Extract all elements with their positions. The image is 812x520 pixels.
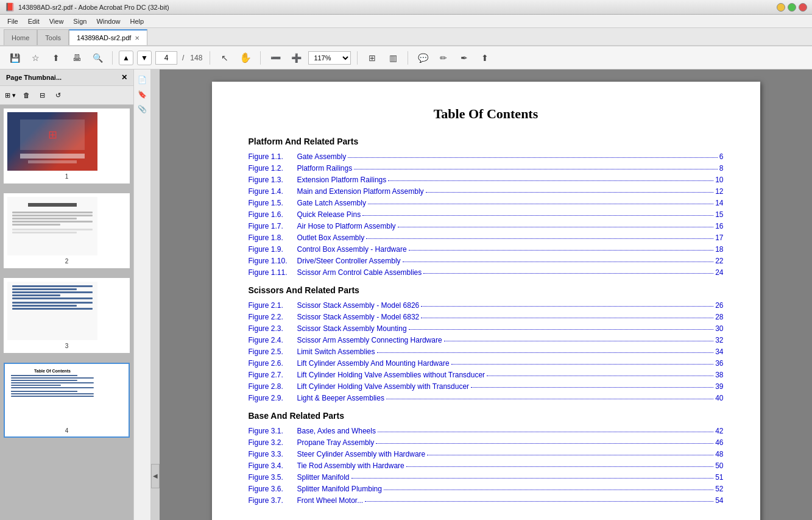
toc-label-2-5: Limit Switch Assemblies [297, 347, 375, 356]
page-input[interactable] [155, 51, 177, 65]
toc-entry-2-2[interactable]: Figure 2.2. Scissor Stack Assembly - Mod… [249, 313, 724, 321]
zoom-dropdown[interactable]: 117% 100% 75% 50% Fit Page Fit Width [308, 51, 351, 65]
page-thumb-3[interactable]: 3 [4, 278, 130, 353]
toc-page-3-1: 42 [715, 427, 723, 435]
toc-entry-1-7[interactable]: Figure 1.7. Air Hose to Platform Assembl… [249, 222, 724, 230]
zoom-in-button[interactable]: ➕ [288, 49, 305, 66]
toc-entry-3-6[interactable]: Figure 3.6. Splitter Manifold Plumbing 5… [249, 485, 724, 493]
menu-view[interactable]: View [44, 16, 69, 26]
menu-help[interactable]: Help [125, 16, 149, 26]
toc-dots-2-7 [487, 376, 713, 376]
toc-entry-1-4[interactable]: Figure 1.4. Main and Extension Platform … [249, 187, 724, 196]
page-thumb-1[interactable]: ⊞ 1 [4, 109, 130, 183]
sidebar-tool-rotate[interactable]: ↺ [51, 88, 65, 102]
left-icon-bookmark[interactable]: 🔖 [136, 88, 149, 101]
toc-entry-1-9[interactable]: Figure 1.9. Control Box Assembly - Hardw… [249, 245, 724, 254]
find-button[interactable]: 🔍 [89, 49, 106, 66]
toc-entry-3-3[interactable]: Figure 3.3. Steer Cylinder Assembly with… [249, 450, 724, 458]
tab-pdf[interactable]: 143898AD-sr2.pdf ✕ [69, 29, 147, 45]
toc-entry-2-5[interactable]: Figure 2.5. Limit Switch Assemblies 34 [249, 347, 724, 356]
pdf-area[interactable]: Table Of Contents Platform And Related P… [160, 69, 812, 520]
save-button[interactable]: 💾 [6, 49, 23, 66]
toc-entry-3-5[interactable]: Figure 3.5. Splitter Manifold 51 [249, 473, 724, 482]
stamp-button[interactable]: ▥ [384, 49, 401, 66]
toc-entry-2-8[interactable]: Figure 2.8. Lift Cylinder Holding Valve … [249, 382, 724, 391]
toc-entry-2-4[interactable]: Figure 2.4. Scissor Arm Assembly Connect… [249, 336, 724, 344]
toc-label-3-1: Base, Axles and Wheels [297, 427, 376, 435]
toc-label-3-3: Steer Cylinder Assembly with Hardware [297, 450, 426, 458]
toc-page-1-7: 16 [715, 222, 723, 230]
tab-tools[interactable]: Tools [37, 29, 69, 45]
zoom-out-button[interactable]: ➖ [267, 49, 284, 66]
tab-close-icon[interactable]: ✕ [135, 35, 139, 41]
toc-dots-1-8 [366, 238, 713, 239]
comment-button[interactable]: 💬 [414, 49, 431, 66]
toc-dots-2-2 [421, 318, 713, 318]
page-thumb-2[interactable]: 2 [4, 193, 130, 268]
toc-dots-3-1 [378, 432, 713, 432]
thumb-lines-2 [7, 197, 97, 255]
toc-entry-2-7[interactable]: Figure 2.7. Lift Cylinder Holding Valve … [249, 371, 724, 379]
toc-entry-1-8[interactable]: Figure 1.8. Outlet Box Assembly 17 [249, 233, 724, 242]
highlight-button[interactable]: ✏ [435, 49, 452, 66]
toc-entry-1-2[interactable]: Figure 1.2. Platform Railings 8 [249, 164, 724, 173]
toc-entry-2-3[interactable]: Figure 2.3. Scissor Stack Assembly Mount… [249, 324, 724, 333]
sidebar-tool-grid[interactable]: ⊞ ▾ [4, 88, 17, 102]
toc-entry-1-1[interactable]: Figure 1.1. Gate Assembly 6 [249, 152, 724, 161]
toc-entry-3-4[interactable]: Figure 3.4. Tie Rod Assembly with Hardwa… [249, 461, 724, 470]
toc-entry-1-5[interactable]: Figure 1.5. Gate Latch Assembly 14 [249, 199, 724, 207]
toolbar-separator-5 [408, 51, 408, 65]
menu-edit[interactable]: Edit [23, 16, 44, 26]
cursor-tool-button[interactable]: ↖ [216, 49, 233, 66]
share-button[interactable]: ⬆ [476, 49, 493, 66]
toc-figure-3-3: Figure 3.3. [249, 450, 297, 458]
print-button[interactable]: 🖶 [68, 49, 85, 66]
sidebar-close-icon[interactable]: ✕ [121, 73, 127, 82]
sidebar-tool-delete[interactable]: 🗑 [19, 88, 33, 102]
marquee-zoom-button[interactable]: ⊞ [364, 49, 381, 66]
sidebar-pages[interactable]: ⊞ 1 [0, 105, 133, 520]
menu-window[interactable]: Window [91, 16, 125, 26]
menu-file[interactable]: File [2, 16, 23, 26]
toc-dots-1-10 [403, 262, 714, 262]
toc-entry-2-1[interactable]: Figure 2.1. Scissor Stack Assembly - Mod… [249, 301, 724, 310]
bookmark-button[interactable]: ☆ [27, 49, 44, 66]
toc-figure-3-1: Figure 3.1. [249, 427, 297, 435]
left-icon-attachment[interactable]: 📎 [136, 102, 149, 116]
next-page-button[interactable]: ▼ [137, 51, 152, 65]
sign-button[interactable]: ✒ [456, 49, 473, 66]
toc-entry-1-10[interactable]: Figure 1.10. Drive/Steer Controller Asse… [249, 257, 724, 265]
minimize-button[interactable] [777, 3, 785, 12]
toc-dots-2-8 [471, 387, 713, 388]
toc-entry-1-3[interactable]: Figure 1.3. Extension Platform Railings … [249, 176, 724, 184]
thumb-img-3 [7, 282, 97, 340]
toc-page-1-11: 24 [715, 268, 723, 277]
app-icon: 📕 [5, 2, 15, 12]
tab-home[interactable]: Home [4, 29, 37, 45]
toc-entry-1-11[interactable]: Figure 1.11. Scissor Arm Control Cable A… [249, 268, 724, 277]
maximize-button[interactable] [788, 3, 796, 12]
close-button[interactable] [799, 3, 807, 12]
toc-label-1-2: Platform Railings [297, 164, 353, 173]
menu-sign[interactable]: Sign [68, 16, 91, 26]
toc-figure-2-1: Figure 2.1. [249, 301, 297, 310]
toc-entry-2-6[interactable]: Figure 2.6. Lift Cylinder Assembly And M… [249, 359, 724, 368]
toc-entry-3-2[interactable]: Figure 3.2. Propane Tray Assembly 46 [249, 438, 724, 447]
thumb-lines-3 [7, 282, 97, 340]
toc-figure-1-6: Figure 1.6. [249, 210, 297, 219]
left-icon-page[interactable]: 📄 [136, 73, 149, 87]
toc-figure-3-2: Figure 3.2. [249, 438, 297, 447]
sidebar-collapse-button[interactable]: ◀ [151, 464, 160, 488]
upload-button[interactable]: ⬆ [48, 49, 65, 66]
toc-label-1-7: Air Hose to Platform Assembly [297, 222, 396, 230]
sidebar-tool-extract[interactable]: ⊟ [35, 88, 49, 102]
sidebar-title: Page Thumbnai... [6, 74, 62, 81]
toc-entry-3-1[interactable]: Figure 3.1. Base, Axles and Wheels 42 [249, 427, 724, 435]
toc-entry-1-6[interactable]: Figure 1.6. Quick Release Pins 15 [249, 210, 724, 219]
hand-tool-button[interactable]: ✋ [237, 49, 254, 66]
prev-page-button[interactable]: ▲ [119, 51, 133, 65]
page-thumb-4[interactable]: Table Of Contents 4 [4, 363, 130, 438]
toc-entry-3-7[interactable]: Figure 3.7. Front Wheel Motor... 54 [249, 496, 724, 505]
toc-page-1-10: 22 [715, 257, 723, 265]
toc-entry-2-9[interactable]: Figure 2.9. Light & Beeper Assemblies 40 [249, 394, 724, 402]
